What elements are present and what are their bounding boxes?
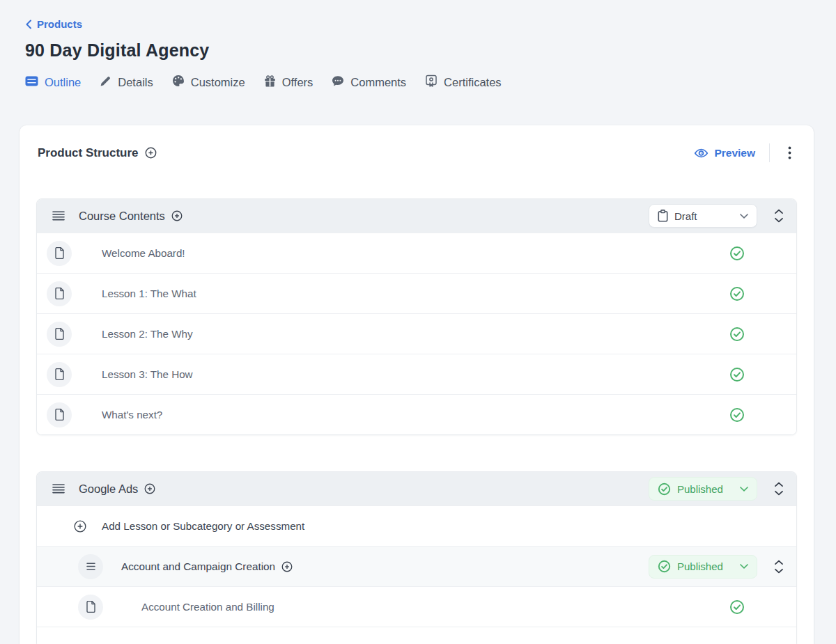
tab-label: Outline — [45, 76, 81, 89]
check-circle-icon — [658, 482, 671, 496]
drag-handle-icon[interactable] — [78, 554, 103, 579]
plus-circle-icon — [74, 520, 86, 533]
section-header: Google Ads Published — [37, 472, 796, 505]
breadcrumb-label: Products — [37, 18, 82, 30]
tab-certificates[interactable]: Certificates — [425, 74, 502, 91]
subcategory-title: Account and Campaign Creation — [121, 560, 275, 573]
tab-label: Customize — [191, 76, 245, 89]
add-lesson-label: Add Lesson or Subcategory or Assessment — [102, 520, 304, 532]
lesson-title: What's next? — [102, 409, 162, 421]
published-check-icon — [729, 327, 745, 342]
status-dropdown-published[interactable]: Published — [649, 477, 757, 501]
divider — [769, 143, 770, 162]
tab-bar: Outline Details Customize Offers Comment… — [25, 74, 814, 91]
tab-label: Comments — [350, 76, 406, 89]
collapse-expand-button[interactable] — [773, 558, 785, 575]
lesson-title: Lesson 1: The What — [102, 288, 196, 299]
chevron-down-icon — [740, 564, 748, 569]
document-icon — [47, 241, 72, 266]
published-check-icon — [729, 286, 745, 301]
document-icon — [78, 595, 103, 620]
gift-icon — [264, 75, 276, 90]
outline-grid-icon — [25, 76, 38, 89]
section-google-ads: Google Ads Published — [36, 471, 797, 644]
published-check-icon — [729, 367, 745, 382]
section-course-contents: Course Contents Draft — [36, 198, 797, 435]
tab-customize[interactable]: Customize — [172, 74, 245, 90]
product-structure-card: Product Structure Preview — [20, 125, 814, 644]
drag-handle-icon[interactable] — [51, 208, 66, 223]
chevron-down-icon — [740, 214, 748, 219]
speech-bubble-icon — [332, 75, 344, 90]
tab-label: Certificates — [444, 76, 502, 89]
status-label: Draft — [674, 210, 697, 222]
lesson-title: Lesson 3: The How — [102, 368, 193, 380]
status-dropdown-draft[interactable]: Draft — [649, 204, 757, 228]
collapse-expand-button[interactable] — [773, 207, 785, 224]
page-header: Products 90 Day Digital Agency Outline D… — [0, 0, 836, 91]
pencil-icon — [100, 75, 111, 90]
add-lesson-row[interactable]: Add Lesson or Subcategory or Assessment — [37, 505, 796, 546]
eye-icon — [694, 146, 709, 160]
sections-list: Course Contents Draft — [36, 198, 797, 644]
lesson-title: Lesson 2: The Why — [102, 328, 193, 340]
lesson-row[interactable]: Lesson 1: The What — [37, 273, 796, 313]
panel-title: Product Structure — [38, 146, 139, 160]
tab-comments[interactable]: Comments — [332, 75, 406, 90]
tab-label: Offers — [282, 76, 314, 89]
document-icon — [47, 322, 72, 347]
status-label: Published — [677, 483, 723, 495]
lesson-title: Account Creation and Billing — [141, 601, 274, 613]
tab-details[interactable]: Details — [100, 75, 153, 90]
card-header: Product Structure Preview — [20, 125, 814, 162]
lesson-row[interactable]: Account Creation and Billing — [37, 586, 796, 627]
collapse-expand-button[interactable] — [773, 480, 785, 497]
lesson-row[interactable]: Welcome Aboard! — [37, 233, 796, 273]
section-header: Course Contents Draft — [37, 199, 796, 233]
status-dropdown-published[interactable]: Published — [649, 555, 757, 579]
preview-button[interactable]: Preview — [694, 146, 755, 160]
tab-outline[interactable]: Outline — [25, 76, 81, 89]
chevron-left-icon — [25, 19, 32, 29]
palette-icon — [172, 74, 185, 90]
lesson-row[interactable]: Lesson 3: The How — [37, 354, 796, 394]
check-circle-icon — [658, 560, 671, 573]
add-item-button[interactable] — [281, 561, 293, 572]
published-check-icon — [729, 599, 745, 615]
clipboard-icon — [658, 210, 668, 222]
lesson-row[interactable]: Lesson 2: The Why — [37, 313, 796, 354]
add-item-button[interactable] — [144, 483, 155, 494]
document-icon — [47, 281, 72, 306]
tab-offers[interactable]: Offers — [264, 75, 314, 90]
document-icon — [47, 362, 72, 387]
kebab-menu-button[interactable] — [784, 145, 796, 161]
preview-label: Preview — [714, 147, 755, 159]
add-section-button[interactable] — [145, 147, 157, 159]
lesson-row-partial[interactable] — [37, 627, 796, 644]
published-check-icon — [729, 246, 745, 261]
status-label: Published — [677, 560, 723, 572]
lesson-row[interactable]: What's next? — [37, 394, 796, 434]
certificate-icon — [425, 74, 438, 91]
section-title: Course Contents — [79, 210, 165, 223]
page-title: 90 Day Digital Agency — [25, 40, 814, 61]
tab-label: Details — [118, 76, 153, 89]
published-check-icon — [729, 407, 745, 423]
document-icon — [47, 402, 72, 427]
add-item-button[interactable] — [171, 210, 183, 221]
lesson-title: Welcome Aboard! — [102, 247, 185, 259]
subcategory-row[interactable]: Account and Campaign Creation Published — [37, 546, 796, 586]
chevron-down-icon — [740, 487, 748, 492]
drag-handle-icon[interactable] — [51, 481, 66, 496]
section-title: Google Ads — [79, 482, 138, 496]
breadcrumb-back-link[interactable]: Products — [25, 18, 82, 30]
